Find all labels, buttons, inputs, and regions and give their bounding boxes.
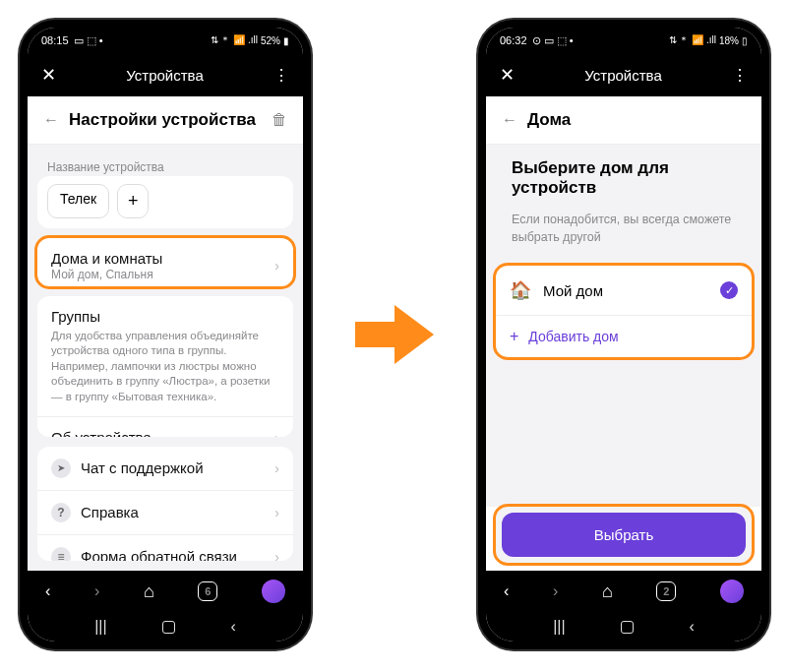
house-icon: 🏠 bbox=[510, 279, 531, 301]
battery-icon: ▯ bbox=[742, 35, 748, 46]
home-icon[interactable]: ⌂ bbox=[144, 581, 154, 602]
screen-left: 08:15 ▭ ⬚ • ⇅ ＊ 📶 .ıll 52% ▮ ✕ Устройств… bbox=[28, 28, 303, 641]
help-row[interactable]: Справка › bbox=[37, 490, 293, 534]
screen-right: 06:32 ⊙ ▭ ⬚ • ⇅ ＊ 📶 .ıll 18% ▯ ✕ Устройс… bbox=[486, 28, 761, 641]
status-bar: 06:32 ⊙ ▭ ⬚ • ⇅ ＊ 📶 .ıll 18% ▯ bbox=[486, 28, 761, 53]
back-button[interactable]: ‹ bbox=[230, 618, 235, 636]
status-icons-left: ▭ ⬚ • bbox=[74, 34, 103, 47]
chat-title: Чат с поддержкой bbox=[81, 459, 204, 476]
recents-button[interactable]: ||| bbox=[94, 618, 106, 636]
chevron-right-icon: › bbox=[274, 430, 279, 437]
app-header: ✕ Устройства ⋮ bbox=[486, 53, 761, 96]
selected-check-icon: ✓ bbox=[720, 281, 738, 299]
system-nav: ||| ‹ bbox=[486, 612, 761, 641]
app-title: Устройства bbox=[56, 67, 273, 84]
form-row[interactable]: Форма обратной связи › bbox=[37, 534, 293, 561]
home-option-row[interactable]: 🏠 Мой дом ✓ bbox=[496, 266, 752, 315]
content-area: Выберите дом для устройств Если понадоби… bbox=[486, 145, 761, 507]
homes-title: Дома и комнаты bbox=[51, 250, 162, 267]
chevron-right-icon: › bbox=[274, 258, 279, 274]
home-button[interactable] bbox=[621, 621, 634, 634]
nav-forward-icon[interactable]: › bbox=[94, 582, 99, 600]
device-name-chips: Телек + bbox=[37, 176, 293, 228]
home-name: Мой дом bbox=[543, 282, 603, 299]
app-header: ✕ Устройства ⋮ bbox=[28, 53, 303, 96]
section-sub: Если понадобится, вы всегда сможете выбр… bbox=[496, 212, 752, 256]
homes-rooms-card[interactable]: Дома и комнаты Мой дом, Спальня › bbox=[37, 238, 293, 286]
phone-right: 06:32 ⊙ ▭ ⬚ • ⇅ ＊ 📶 .ıll 18% ▯ ✕ Устройс… bbox=[478, 20, 769, 649]
status-battery: 52% bbox=[261, 35, 280, 46]
groups-title: Группы bbox=[51, 308, 100, 325]
arrow-icon bbox=[350, 300, 439, 369]
page-title: Дома bbox=[527, 110, 571, 130]
about-row[interactable]: Об устройстве › bbox=[37, 416, 293, 436]
chat-row[interactable]: Чат с поддержкой › bbox=[37, 447, 293, 490]
page-header: ← Дома bbox=[486, 96, 761, 145]
bottom-button-area: Выбрать bbox=[496, 507, 752, 563]
form-title: Форма обратной связи bbox=[81, 548, 237, 561]
kebab-menu-icon[interactable]: ⋮ bbox=[732, 66, 748, 85]
close-icon[interactable]: ✕ bbox=[500, 64, 515, 86]
back-icon[interactable]: ← bbox=[502, 111, 517, 129]
device-name-chip[interactable]: Телек bbox=[47, 184, 109, 218]
status-icons-left: ⊙ ▭ ⬚ • bbox=[532, 34, 574, 47]
add-home-label: Добавить дом bbox=[528, 329, 618, 344]
section-title: Выберите дом для устройств bbox=[496, 145, 752, 202]
help-title: Справка bbox=[81, 504, 139, 520]
form-icon bbox=[51, 547, 71, 561]
app-title: Устройства bbox=[515, 67, 732, 84]
kebab-menu-icon[interactable]: ⋮ bbox=[273, 66, 289, 85]
alice-icon[interactable] bbox=[262, 580, 285, 603]
homes-list-card: 🏠 Мой дом ✓ + Добавить дом bbox=[496, 266, 752, 357]
chevron-right-icon: › bbox=[274, 460, 279, 476]
recents-button[interactable]: ||| bbox=[553, 618, 565, 636]
alice-icon[interactable] bbox=[720, 580, 744, 603]
phone-left: 08:15 ▭ ⬚ • ⇅ ＊ 📶 .ıll 52% ▮ ✕ Устройств… bbox=[20, 20, 311, 649]
plus-icon: + bbox=[510, 328, 518, 345]
device-name-label: Название устройства bbox=[37, 154, 293, 176]
browser-bar: ‹ › ⌂ 6 bbox=[28, 571, 303, 612]
trash-icon[interactable]: 🗑 bbox=[272, 111, 287, 129]
status-time: 06:32 bbox=[500, 34, 527, 46]
chat-icon bbox=[51, 458, 71, 478]
home-button[interactable] bbox=[162, 621, 175, 634]
status-bar: 08:15 ▭ ⬚ • ⇅ ＊ 📶 .ıll 52% ▮ bbox=[28, 28, 303, 53]
status-battery: 18% bbox=[719, 35, 739, 46]
page-title: Настройки устройства bbox=[69, 110, 256, 130]
nav-back-icon[interactable]: ‹ bbox=[504, 582, 509, 600]
page-header: ← Настройки устройства 🗑 bbox=[28, 96, 303, 145]
about-title: Об устройстве bbox=[51, 429, 152, 436]
homes-sub: Мой дом, Спальня bbox=[51, 268, 162, 281]
status-icons-right: ⇅ ＊ 📶 .ıll bbox=[669, 33, 716, 47]
support-card: Чат с поддержкой › Справка › Форма обрат… bbox=[37, 447, 293, 561]
groups-about-card: Группы Для удобства управления объединяй… bbox=[37, 296, 293, 437]
add-name-button[interactable]: + bbox=[117, 184, 149, 218]
chevron-right-icon: › bbox=[274, 549, 279, 561]
tabs-badge[interactable]: 2 bbox=[656, 581, 676, 601]
system-nav: ||| ‹ bbox=[28, 612, 303, 641]
groups-desc: Для удобства управления объединяйте устр… bbox=[37, 329, 293, 417]
close-icon[interactable]: ✕ bbox=[41, 64, 56, 86]
browser-bar: ‹ › ⌂ 2 bbox=[486, 571, 761, 612]
status-time: 08:15 bbox=[41, 34, 69, 46]
back-icon[interactable]: ← bbox=[43, 111, 59, 129]
groups-row[interactable]: Группы bbox=[37, 296, 293, 329]
nav-back-icon[interactable]: ‹ bbox=[45, 582, 50, 600]
add-home-row[interactable]: + Добавить дом bbox=[496, 315, 752, 357]
content-area: Название устройства Телек + Дома и комна… bbox=[28, 145, 303, 571]
nav-forward-icon[interactable]: › bbox=[553, 582, 558, 600]
transition-arrow bbox=[350, 300, 439, 369]
tabs-badge[interactable]: 6 bbox=[198, 581, 217, 601]
help-icon bbox=[51, 503, 71, 522]
home-icon[interactable]: ⌂ bbox=[602, 581, 613, 602]
status-icons-right: ⇅ ＊ 📶 .ıll bbox=[211, 33, 258, 47]
back-button[interactable]: ‹ bbox=[689, 618, 694, 636]
select-button[interactable]: Выбрать bbox=[502, 513, 746, 557]
battery-icon: ▮ bbox=[283, 35, 289, 46]
chevron-right-icon: › bbox=[274, 505, 279, 520]
